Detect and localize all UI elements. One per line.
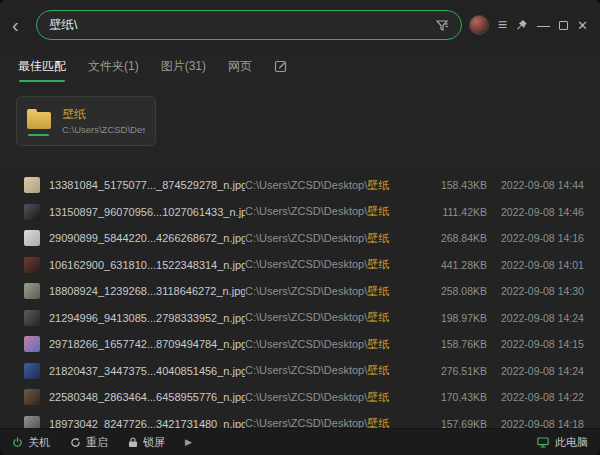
restart-icon bbox=[70, 437, 81, 448]
file-size: 198.97KB bbox=[405, 312, 487, 324]
menu-icon[interactable]: ≡ bbox=[498, 17, 507, 33]
computer-icon bbox=[537, 437, 549, 448]
file-name: 106162900_631810...1522348314_n.jpg bbox=[49, 259, 245, 271]
file-path: C:\Users\ZCSD\Desktop\壁纸 bbox=[245, 257, 405, 272]
maximize-button[interactable] bbox=[559, 21, 568, 30]
file-row[interactable]: 29718266_1657742...8709494784_n.jpg C:\U… bbox=[0, 331, 600, 358]
file-row[interactable]: 18808924_1239268...3118646272_n.jpg C:\U… bbox=[0, 278, 600, 305]
file-size: 111.42KB bbox=[405, 206, 487, 218]
file-path: C:\Users\ZCSD\Desktop\壁纸 bbox=[245, 204, 405, 219]
path-highlight: 壁纸 bbox=[367, 232, 389, 244]
file-path: C:\Users\ZCSD\Desktop\壁纸 bbox=[245, 390, 405, 405]
file-date: 2022-09-08 14:46 bbox=[501, 206, 591, 218]
file-thumbnail bbox=[24, 177, 40, 193]
file-row[interactable]: 29090899_5844220...4266268672_n.jpg C:\U… bbox=[0, 225, 600, 252]
tab-web[interactable]: 网页 bbox=[228, 58, 252, 75]
file-row[interactable]: 106162900_631810...1522348314_n.jpg C:\U… bbox=[0, 252, 600, 279]
folder-card-path: C:\Users\ZCSD\Des... bbox=[62, 124, 145, 135]
path-highlight: 壁纸 bbox=[367, 364, 389, 376]
file-thumbnail bbox=[24, 336, 40, 352]
file-path: C:\Users\ZCSD\Desktop\壁纸 bbox=[245, 363, 405, 378]
file-row[interactable]: 22580348_2863464...6458955776_n.jpg C:\U… bbox=[0, 384, 600, 411]
file-size: 158.76KB bbox=[405, 338, 487, 350]
file-row[interactable]: 13150897_96070956...1027061433_n.jpg C:\… bbox=[0, 199, 600, 226]
file-thumbnail bbox=[24, 310, 40, 326]
minimize-button[interactable]: — bbox=[537, 19, 550, 32]
file-size: 170.43KB bbox=[405, 391, 487, 403]
file-thumbnail bbox=[24, 230, 40, 246]
filter-icon[interactable] bbox=[435, 18, 449, 32]
file-date: 2022-09-08 14:24 bbox=[501, 365, 591, 377]
file-name: 13381084_5175077..._874529278_n.jpg bbox=[49, 179, 245, 191]
file-date: 2022-09-08 14:01 bbox=[501, 259, 591, 271]
shutdown-button[interactable]: 关机 bbox=[12, 435, 50, 450]
search-value: 壁纸\ bbox=[49, 17, 435, 34]
file-date: 2022-09-08 14:44 bbox=[501, 179, 591, 191]
file-name: 21820437_3447375...4040851456_n.jpg bbox=[49, 365, 245, 377]
file-thumbnail bbox=[24, 257, 40, 273]
folder-icon bbox=[27, 112, 51, 130]
file-thumbnail bbox=[24, 283, 40, 299]
file-name: 21294996_9413085...2798333952_n.jpg bbox=[49, 312, 245, 324]
this-pc-button[interactable]: 此电脑 bbox=[537, 435, 588, 450]
file-name: 22580348_2863464...6458955776_n.jpg bbox=[49, 391, 245, 403]
file-row[interactable]: 21294996_9413085...2798333952_n.jpg C:\U… bbox=[0, 305, 600, 332]
folder-result-card[interactable]: 壁纸 C:\Users\ZCSD\Des... bbox=[16, 96, 156, 146]
lock-icon bbox=[128, 437, 138, 448]
file-date: 2022-09-08 14:30 bbox=[501, 285, 591, 297]
file-path: C:\Users\ZCSD\Desktop\壁纸 bbox=[245, 337, 405, 352]
file-row[interactable]: 21820437_3447375...4040851456_n.jpg C:\U… bbox=[0, 358, 600, 385]
back-icon[interactable]: ‹ bbox=[12, 15, 30, 35]
titlebar-icons: ≡ — ✕ bbox=[469, 15, 588, 35]
compose-icon[interactable] bbox=[274, 59, 288, 73]
search-input[interactable]: 壁纸\ bbox=[36, 10, 462, 40]
file-list: 13381084_5175077..._874529278_n.jpg C:\U… bbox=[0, 172, 600, 437]
file-size: 276.51KB bbox=[405, 365, 487, 377]
pin-icon[interactable] bbox=[516, 19, 528, 32]
tab-images[interactable]: 图片(31) bbox=[161, 58, 206, 75]
lock-screen-button[interactable]: 锁屏 bbox=[128, 435, 165, 450]
path-highlight: 壁纸 bbox=[367, 205, 389, 217]
file-size: 258.08KB bbox=[405, 285, 487, 297]
file-name: 29090899_5844220...4266268672_n.jpg bbox=[49, 232, 245, 244]
file-date: 2022-09-08 14:16 bbox=[501, 232, 591, 244]
selection-indicator bbox=[28, 134, 49, 136]
file-thumbnail bbox=[24, 204, 40, 220]
file-path: C:\Users\ZCSD\Desktop\壁纸 bbox=[245, 310, 405, 325]
file-path: C:\Users\ZCSD\Desktop\壁纸 bbox=[245, 178, 405, 193]
file-size: 268.84KB bbox=[405, 232, 487, 244]
footer-bar: 关机 重启 锁屏 ▶ 此电脑 bbox=[0, 428, 600, 455]
file-date: 2022-09-08 14:24 bbox=[501, 312, 591, 324]
path-highlight: 壁纸 bbox=[367, 258, 389, 270]
path-highlight: 壁纸 bbox=[367, 338, 389, 350]
close-button[interactable]: ✕ bbox=[577, 19, 588, 32]
path-highlight: 壁纸 bbox=[367, 311, 389, 323]
folder-card-title: 壁纸 bbox=[62, 107, 145, 121]
path-highlight: 壁纸 bbox=[367, 179, 389, 191]
file-size: 441.28KB bbox=[405, 259, 487, 271]
file-name: 29718266_1657742...8709494784_n.jpg bbox=[49, 338, 245, 350]
power-icon bbox=[12, 437, 23, 448]
path-highlight: 壁纸 bbox=[367, 391, 389, 403]
file-row[interactable]: 13381084_5175077..._874529278_n.jpg C:\U… bbox=[0, 172, 600, 199]
file-date: 2022-09-08 14:22 bbox=[501, 391, 591, 403]
file-thumbnail bbox=[24, 389, 40, 405]
file-path: C:\Users\ZCSD\Desktop\壁纸 bbox=[245, 231, 405, 246]
expand-tools-icon[interactable]: ▶ bbox=[185, 437, 192, 447]
file-date: 2022-09-08 14:15 bbox=[501, 338, 591, 350]
top-bar: ‹ 壁纸\ ≡ — ✕ bbox=[0, 0, 600, 50]
file-size: 158.43KB bbox=[405, 179, 487, 191]
path-highlight: 壁纸 bbox=[367, 285, 389, 297]
file-path: C:\Users\ZCSD\Desktop\壁纸 bbox=[245, 284, 405, 299]
file-name: 13150897_96070956...1027061433_n.jpg bbox=[49, 206, 245, 218]
file-name: 18808924_1239268...3118646272_n.jpg bbox=[49, 285, 245, 297]
app-window: ‹ 壁纸\ ≡ — ✕ 最佳匹配 bbox=[0, 0, 600, 455]
user-avatar[interactable] bbox=[469, 15, 489, 35]
file-thumbnail bbox=[24, 363, 40, 379]
restart-button[interactable]: 重启 bbox=[70, 435, 108, 450]
tab-best-match[interactable]: 最佳匹配 bbox=[18, 58, 66, 75]
result-tabs: 最佳匹配 文件夹(1) 图片(31) 网页 bbox=[0, 50, 600, 82]
tab-folders[interactable]: 文件夹(1) bbox=[88, 58, 139, 75]
